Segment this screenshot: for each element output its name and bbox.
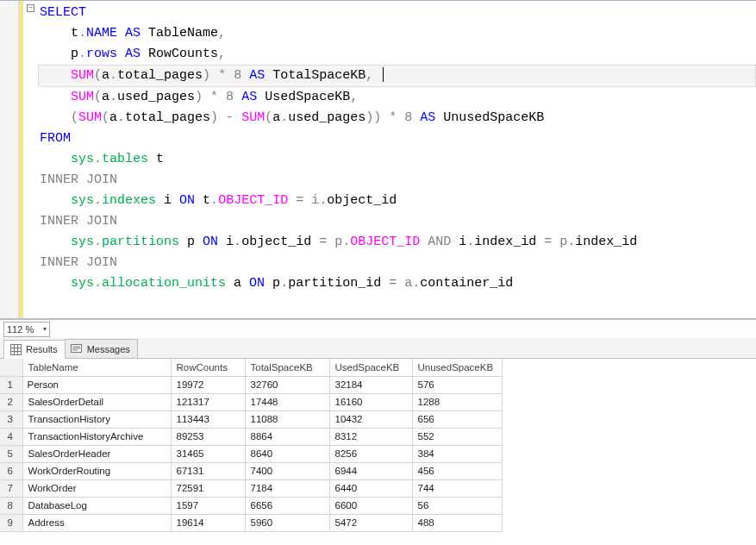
- cell-usedspacekb[interactable]: 16160: [329, 393, 412, 410]
- header-corner: [0, 359, 22, 376]
- cell-totalspacekb[interactable]: 7400: [245, 462, 329, 479]
- row-header[interactable]: 8: [0, 497, 22, 514]
- table-row[interactable]: 9Address1961459605472488: [0, 514, 502, 531]
- col-header-unusedspacekb[interactable]: UnusedSpaceKB: [412, 359, 502, 376]
- row-header[interactable]: 1: [0, 376, 22, 393]
- cell-usedspacekb[interactable]: 8312: [329, 428, 412, 445]
- cell-usedspacekb[interactable]: 5472: [329, 514, 412, 531]
- cell-tablename[interactable]: SalesOrderHeader: [22, 445, 171, 462]
- cell-rowcounts[interactable]: 19972: [171, 376, 245, 393]
- cell-usedspacekb[interactable]: 6440: [329, 479, 412, 497]
- row-header[interactable]: 9: [0, 514, 22, 531]
- cell-usedspacekb[interactable]: 32184: [329, 376, 412, 393]
- kw-select: SELECT: [40, 5, 86, 20]
- text-cursor: [383, 67, 384, 82]
- collapse-region-icon[interactable]: −: [27, 4, 34, 12]
- row-header[interactable]: 6: [0, 462, 22, 479]
- tab-results[interactable]: Results: [3, 340, 66, 359]
- cell-unusedspacekb[interactable]: 456: [412, 462, 502, 479]
- cell-unusedspacekb[interactable]: 1288: [412, 393, 502, 410]
- cell-unusedspacekb[interactable]: 56: [412, 497, 502, 514]
- table-row[interactable]: 6WorkOrderRouting6713174006944456: [0, 462, 502, 479]
- editor-gutter: [0, 1, 19, 318]
- sql-editor-pane[interactable]: − SELECT t.NAME AS TableName, p.rows AS …: [0, 0, 756, 319]
- cell-tablename[interactable]: DatabaseLog: [22, 497, 171, 514]
- col-header-rowcounts[interactable]: RowCounts: [171, 359, 245, 376]
- results-grid-container[interactable]: TableName RowCounts TotalSpaceKB UsedSpa…: [0, 359, 756, 545]
- cell-rowcounts[interactable]: 89253: [171, 428, 245, 445]
- cell-totalspacekb[interactable]: 5960: [245, 514, 329, 531]
- current-line[interactable]: SUM(a.total_pages) * 8 AS TotalSpaceKB,: [38, 65, 756, 87]
- tab-messages-label: Messages: [87, 344, 130, 354]
- change-indicator-bar: [19, 1, 23, 318]
- code-area[interactable]: SELECT t.NAME AS TableName, p.rows AS Ro…: [38, 1, 756, 294]
- table-row[interactable]: 3TransactionHistory1134431108810432656: [0, 410, 502, 428]
- cell-rowcounts[interactable]: 121317: [171, 393, 245, 410]
- chevron-down-icon: ▾: [43, 325, 47, 333]
- results-grid[interactable]: TableName RowCounts TotalSpaceKB UsedSpa…: [0, 359, 503, 532]
- cell-rowcounts[interactable]: 1597: [171, 497, 245, 514]
- cell-tablename[interactable]: Person: [22, 376, 171, 393]
- col-header-usedspacekb[interactable]: UsedSpaceKB: [329, 359, 412, 376]
- results-tabs: Results Messages: [0, 338, 756, 359]
- cell-rowcounts[interactable]: 113443: [171, 410, 245, 428]
- table-row[interactable]: 7WorkOrder7259171846440744: [0, 479, 502, 497]
- messages-icon: [71, 343, 83, 355]
- cell-usedspacekb[interactable]: 10432: [329, 410, 412, 428]
- cell-rowcounts[interactable]: 19614: [171, 514, 245, 531]
- zoom-dropdown[interactable]: 112 % ▾: [3, 322, 50, 337]
- cell-usedspacekb[interactable]: 6944: [329, 462, 412, 479]
- cell-unusedspacekb[interactable]: 576: [412, 376, 502, 393]
- cell-usedspacekb[interactable]: 6600: [329, 497, 412, 514]
- cell-unusedspacekb[interactable]: 552: [412, 428, 502, 445]
- cell-tablename[interactable]: TransactionHistoryArchive: [22, 428, 171, 445]
- row-header[interactable]: 7: [0, 479, 22, 497]
- col-header-tablename[interactable]: TableName: [22, 359, 171, 376]
- cell-totalspacekb[interactable]: 11088: [245, 410, 329, 428]
- cell-tablename[interactable]: WorkOrder: [22, 479, 171, 497]
- cell-totalspacekb[interactable]: 32760: [245, 376, 329, 393]
- cell-rowcounts[interactable]: 67131: [171, 462, 245, 479]
- row-header[interactable]: 4: [0, 428, 22, 445]
- cell-unusedspacekb[interactable]: 384: [412, 445, 502, 462]
- cell-tablename[interactable]: WorkOrderRouting: [22, 462, 171, 479]
- cell-unusedspacekb[interactable]: 656: [412, 410, 502, 428]
- row-header[interactable]: 2: [0, 393, 22, 410]
- cell-usedspacekb[interactable]: 8256: [329, 445, 412, 462]
- table-row[interactable]: 5SalesOrderHeader3146586408256384: [0, 445, 502, 462]
- grid-icon: [9, 343, 22, 355]
- zoom-value: 112 %: [7, 324, 34, 335]
- cell-tablename[interactable]: Address: [22, 514, 171, 531]
- cell-totalspacekb[interactable]: 6656: [245, 497, 329, 514]
- svg-rect-0: [10, 344, 21, 354]
- cell-unusedspacekb[interactable]: 488: [412, 514, 502, 531]
- cell-totalspacekb[interactable]: 8640: [245, 445, 329, 462]
- cell-totalspacekb[interactable]: 8864: [245, 428, 329, 445]
- col-header-totalspacekb[interactable]: TotalSpaceKB: [245, 359, 329, 376]
- table-row[interactable]: 2SalesOrderDetail12131717448161601288: [0, 393, 502, 410]
- cell-rowcounts[interactable]: 31465: [171, 445, 245, 462]
- zoom-bar: 112 % ▾: [0, 319, 756, 338]
- cell-tablename[interactable]: SalesOrderDetail: [22, 393, 171, 410]
- cell-totalspacekb[interactable]: 17448: [245, 393, 329, 410]
- table-row[interactable]: 8DatabaseLog15976656660056: [0, 497, 502, 514]
- header-row: TableName RowCounts TotalSpaceKB UsedSpa…: [0, 359, 502, 376]
- tab-messages[interactable]: Messages: [65, 339, 138, 358]
- table-row[interactable]: 1Person199723276032184576: [0, 376, 502, 393]
- cell-unusedspacekb[interactable]: 744: [412, 479, 502, 497]
- cell-totalspacekb[interactable]: 7184: [245, 479, 329, 497]
- table-row[interactable]: 4TransactionHistoryArchive89253886483125…: [0, 428, 502, 445]
- cell-rowcounts[interactable]: 72591: [171, 479, 245, 497]
- cell-tablename[interactable]: TransactionHistory: [22, 410, 171, 428]
- row-header[interactable]: 5: [0, 445, 22, 462]
- row-header[interactable]: 3: [0, 410, 22, 428]
- tab-results-label: Results: [26, 344, 58, 354]
